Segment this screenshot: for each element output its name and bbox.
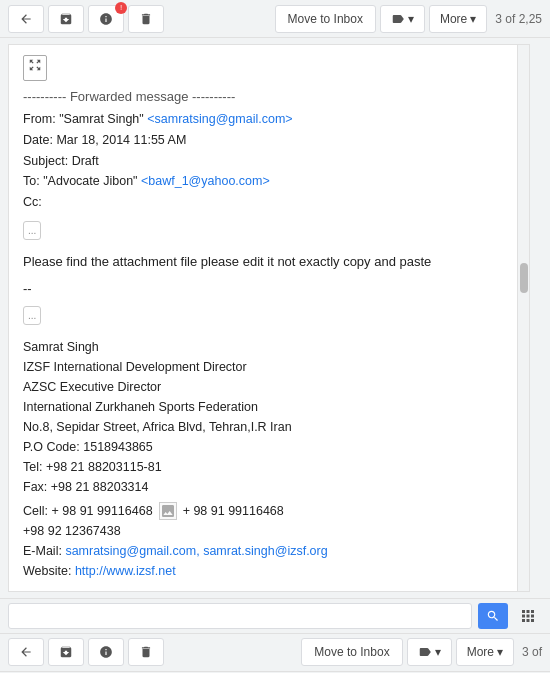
email-from: From: "Samrat Singh" <samratsing@gmail.c… [23, 110, 515, 129]
sig-cell-text2: + 98 91 99116468 [183, 501, 284, 521]
scroll-thumb[interactable] [520, 263, 528, 293]
more-button-2[interactable]: More ▾ [456, 638, 514, 666]
sig-email-row: E-Mail: samratsing@gmail.com, samrat.sin… [23, 541, 515, 561]
label-btn-text: ▾ [408, 12, 414, 26]
sig-website-link[interactable]: http://www.izsf.net [75, 564, 176, 578]
sig-email2-link[interactable]: samrat.singh@izsf.org [203, 544, 328, 558]
delete-button[interactable] [128, 5, 164, 33]
label-button-2[interactable]: ▾ [407, 638, 452, 666]
email-counter: 3 of 2,25 [495, 12, 542, 26]
from-email-link[interactable]: <samratsing@gmail.com> [147, 112, 292, 126]
sig-phone2: +98 92 12367438 [23, 521, 515, 541]
sig-name: Samrat Singh [23, 337, 515, 357]
sig-line4: No.8, Sepidar Street, Africa Blvd, Tehra… [23, 417, 515, 437]
archive-button-2[interactable] [48, 638, 84, 666]
sig-line3: International Zurkhaneh Sports Federatio… [23, 397, 515, 417]
move-to-inbox-button-2[interactable]: Move to Inbox [301, 638, 402, 666]
email-counter-2: 3 of [522, 645, 542, 659]
search-button[interactable] [478, 603, 508, 629]
back-button-2[interactable] [8, 638, 44, 666]
email-signature: Samrat Singh IZSF International Developm… [23, 337, 515, 581]
more-btn-label: More [440, 12, 467, 26]
delete-button-2[interactable] [128, 638, 164, 666]
email-cc: Cc: [23, 193, 515, 212]
sig-tel: Tel: +98 21 88203115-81 [23, 457, 515, 477]
label-button[interactable]: ▾ [380, 5, 425, 33]
info-badge: ! [115, 2, 127, 14]
label-btn-chevron-2: ▾ [435, 645, 441, 659]
grid-button[interactable] [514, 603, 542, 629]
search-bar-area [0, 598, 550, 634]
archive-button[interactable] [48, 5, 84, 33]
email-body: Please find the attachment file please e… [23, 252, 515, 272]
info-button-2[interactable] [88, 638, 124, 666]
sig-line5: P.O Code: 1518943865 [23, 437, 515, 457]
sig-line1: IZSF International Development Director [23, 357, 515, 377]
top-toolbar: ! Move to Inbox ▾ More ▾ 3 of 2,25 [0, 0, 550, 38]
info-button[interactable]: ! [88, 5, 124, 33]
email-to: To: "Advocate Jibon" <bawf_1@yahoo.com> [23, 172, 515, 191]
sig-fax: Fax: +98 21 88203314 [23, 477, 515, 497]
second-toolbar: Move to Inbox ▾ More ▾ 3 of [0, 634, 550, 672]
email-date: Date: Mar 18, 2014 11:55 AM [23, 131, 515, 150]
email-content-area: ---------- Forwarded message ---------- … [8, 44, 530, 592]
more-chevron-icon-2: ▾ [497, 645, 503, 659]
inline-image-icon [159, 502, 177, 520]
sig-cell-text: Cell: + 98 91 99116468 [23, 501, 153, 521]
sig-line2: AZSC Executive Director [23, 377, 515, 397]
to-email-link[interactable]: <bawf_1@yahoo.com> [141, 174, 270, 188]
scrollbar[interactable] [517, 45, 529, 591]
dots-badge-2[interactable]: ... [23, 306, 41, 325]
more-btn-label-2: More [467, 645, 494, 659]
search-input-wrap[interactable] [8, 603, 472, 629]
email-subject: Subject: Draft [23, 152, 515, 171]
sig-cell-row: Cell: + 98 91 99116468 + 98 91 99116468 [23, 501, 515, 521]
more-button[interactable]: More ▾ [429, 5, 487, 33]
dots-badge-1[interactable]: ... [23, 221, 41, 240]
expand-icon-area [23, 55, 515, 81]
more-chevron-icon: ▾ [470, 12, 476, 26]
back-button[interactable] [8, 5, 44, 33]
dash-separator: -- [23, 279, 515, 299]
search-input[interactable] [15, 608, 465, 623]
sig-email1-link[interactable]: samratsing@gmail.com, [65, 544, 199, 558]
expand-button[interactable] [23, 55, 47, 81]
sig-website-row: Website: http://www.izsf.net [23, 561, 515, 581]
move-to-inbox-button[interactable]: Move to Inbox [275, 5, 376, 33]
forward-header: ---------- Forwarded message ---------- [23, 87, 515, 107]
